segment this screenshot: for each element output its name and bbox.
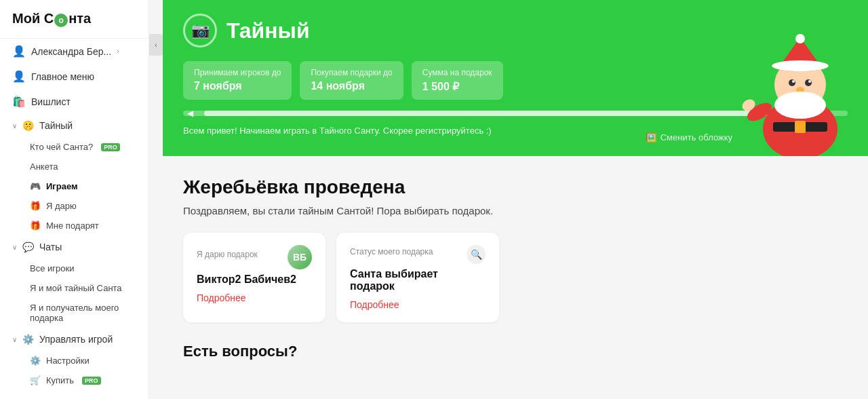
sidebar-section-secret[interactable]: ∨ 🤫 Тайный <box>0 114 149 137</box>
give-card: Я дарю подарок ВБ Виктор2 Бабичев2 Подро… <box>183 233 326 322</box>
svg-point-10 <box>792 80 795 83</box>
sidebar-section-manage[interactable]: ∨ ⚙️ Управлять игрой <box>0 328 149 351</box>
svg-rect-2 <box>795 121 806 133</box>
banner: 📷 Тайный Принимаем игроков до 7 ноября П… <box>163 0 868 156</box>
settings-icon: ⚙️ <box>30 356 41 366</box>
all-players-label: Все игроки <box>30 263 74 273</box>
give-card-header: Я дарю подарок ВБ <box>197 245 312 269</box>
sidebar-item-user[interactable]: 👤 Александра Бер... › <box>0 39 149 64</box>
search-icon[interactable]: 🔍 <box>467 245 486 264</box>
svg-point-13 <box>774 92 826 119</box>
santa-illustration <box>739 34 861 156</box>
sidebar-manage-label: Управлять игрой <box>39 334 113 345</box>
status-card-header: Статус моего подарка 🔍 <box>350 245 486 264</box>
my-santa-label: Я и мой тайный Санта <box>30 283 122 293</box>
logo-icon: о <box>54 14 68 27</box>
sidebar-item-i-give[interactable]: 🎁 Я дарю <box>0 196 149 216</box>
banner-card-value-0: 7 ноября <box>194 80 281 92</box>
sidebar-user-label: Александра Бер... <box>31 46 111 57</box>
banner-card-0: Принимаем игроков до 7 ноября <box>183 61 292 100</box>
wishlist-icon: 🛍️ <box>12 95 26 108</box>
logo: Мой Сонта <box>0 0 149 39</box>
svg-point-8 <box>789 79 795 86</box>
content-title: Жеребьёвка проведена <box>183 176 848 198</box>
sidebar-chats-label: Чаты <box>39 242 62 252</box>
sidebar-item-my-santa[interactable]: Я и мой тайный Санта <box>0 278 149 298</box>
sidebar-section-chats[interactable]: ∨ 💬 Чаты <box>0 235 149 259</box>
banner-card-label-0: Принимаем игроков до <box>194 68 281 77</box>
sidebar-item-whose-santa[interactable]: Кто чей Санта? PRO <box>0 137 149 157</box>
status-card: Статус моего подарка 🔍 Санта выбирает по… <box>336 233 499 322</box>
buy-label: Купить <box>46 375 74 385</box>
gift-receiver-label: Я и получатель моего подарка <box>30 303 136 323</box>
banner-card-2: Сумма на подарок 1 500 ₽ <box>412 61 503 100</box>
chevron-down-icon-3: ∨ <box>12 336 17 343</box>
i-give-label: Я дарю <box>46 201 77 211</box>
give-card-label: Я дарю подарок <box>197 250 258 259</box>
sidebar-item-they-give[interactable]: 🎁 Мне подарят <box>0 216 149 235</box>
main-content: 📷 Тайный Принимаем игроков до 7 ноября П… <box>163 0 868 399</box>
give-card-action[interactable]: Подробнее <box>197 292 312 303</box>
chevron-down-icon: ∨ <box>12 122 17 130</box>
sidebar-collapse-button[interactable]: ‹ <box>149 34 163 56</box>
info-cards-row: Я дарю подарок ВБ Виктор2 Бабичев2 Подро… <box>183 233 848 322</box>
status-card-action[interactable]: Подробнее <box>350 299 486 310</box>
status-card-label: Статус моего подарка <box>350 247 433 256</box>
sidebar-item-main-menu[interactable]: 👤 Главное меню <box>0 64 149 89</box>
give-card-avatar: ВБ <box>288 245 312 269</box>
banner-card-1: Покупаем подарки до 14 ноября <box>300 61 403 100</box>
give-card-name: Виктор2 Бабичев2 <box>197 273 312 286</box>
banner-card-label-2: Сумма на подарок <box>422 68 492 77</box>
chevron-icon: › <box>117 48 119 55</box>
svg-point-6 <box>795 34 805 43</box>
banner-card-label-1: Покупаем подарки до <box>311 68 392 77</box>
banner-title: Тайный <box>226 18 310 43</box>
sidebar-main-menu-label: Главное меню <box>31 71 94 82</box>
user-icon: 👤 <box>12 45 26 58</box>
sidebar-wishlist-label: Вишлист <box>31 96 71 107</box>
buy-icon: 🛒 <box>30 375 41 385</box>
sidebar-item-wishlist[interactable]: 🛍️ Вишлист <box>0 89 149 114</box>
image-icon: 🖼️ <box>646 132 656 142</box>
sidebar-item-buy-pro[interactable]: 🛒 Купить PRO <box>0 370 149 390</box>
svg-point-7 <box>772 60 829 71</box>
manage-icon: ⚙️ <box>22 334 34 345</box>
sidebar-item-settings[interactable]: ⚙️ Настройки <box>0 351 149 370</box>
change-cover-label: Сменить обложку <box>660 132 732 142</box>
receive-icon: 🎁 <box>30 221 41 231</box>
they-give-label: Мне подарят <box>46 221 99 231</box>
buy-pro-badge: PRO <box>82 377 101 385</box>
scrollbar-thumb <box>204 111 769 116</box>
content-area: Жеребьёвка проведена Поздравляем, вы ста… <box>163 156 868 399</box>
give-icon: 🎁 <box>30 201 41 211</box>
svg-point-11 <box>808 80 811 83</box>
camera-icon[interactable]: 📷 <box>183 14 217 48</box>
menu-icon: 👤 <box>12 70 26 83</box>
chevron-down-icon-2: ∨ <box>12 244 17 251</box>
sidebar-item-playing[interactable]: 🎮 Играем <box>0 176 149 196</box>
sidebar-item-gift-receiver[interactable]: Я и получатель моего подарка <box>0 298 149 328</box>
chat-icon: 💬 <box>22 242 34 252</box>
settings-label: Настройки <box>46 356 90 366</box>
status-card-name: Санта выбирает подарок <box>350 268 486 292</box>
banner-card-value-1: 14 ноября <box>311 80 392 92</box>
banner-card-value-2: 1 500 ₽ <box>422 80 492 93</box>
scroll-left-arrow[interactable]: ◀ <box>183 109 197 118</box>
sidebar: Мой Сонта 👤 Александра Бер... › 👤 Главно… <box>0 0 149 399</box>
questions-title: Есть вопросы? <box>183 343 848 360</box>
playing-icon: 🎮 <box>30 181 41 191</box>
content-subtitle: Поздравляем, вы стали тайным Сантой! Пор… <box>183 205 848 216</box>
anketa-label: Анкета <box>30 162 58 172</box>
banner-description: Всем привет! Начинаем играть в Тайного С… <box>183 126 522 136</box>
sidebar-item-anketa[interactable]: Анкета <box>0 157 149 176</box>
whose-santa-label: Кто чей Санта? <box>30 142 93 152</box>
change-cover-button[interactable]: 🖼️ Сменить обложку <box>646 132 732 142</box>
playing-label: Играем <box>46 181 78 191</box>
secret-icon: 🤫 <box>22 120 34 131</box>
sidebar-item-all-players[interactable]: Все игроки <box>0 259 149 278</box>
sidebar-secret-label: Тайный <box>39 120 73 131</box>
svg-point-9 <box>805 79 812 86</box>
logo-text: Мой Сонта <box>12 11 91 26</box>
pro-badge: PRO <box>101 143 120 151</box>
